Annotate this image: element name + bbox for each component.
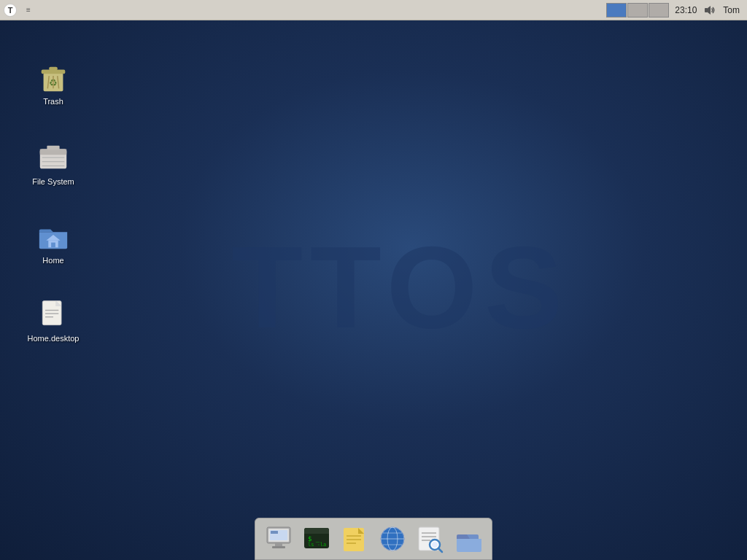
svg-rect-13 xyxy=(40,149,66,155)
panel-clock: 23:10 xyxy=(670,5,701,15)
desktop-icon-homedesktop[interactable]: Home.desktop xyxy=(20,294,86,346)
panel-menu-button[interactable]: ≡ xyxy=(22,4,35,17)
workspace-2[interactable] xyxy=(627,3,648,18)
homedesktop-label: Home.desktop xyxy=(28,334,80,343)
top-panel: T ≡ 23:10 Tom xyxy=(0,0,747,20)
panel-right: 23:10 Tom xyxy=(606,3,747,18)
taskbar-computer[interactable] xyxy=(261,521,296,556)
svg-rect-32 xyxy=(271,531,278,534)
taskbar-search[interactable] xyxy=(413,521,448,556)
home-label: Home xyxy=(42,256,63,265)
taskbar-notes[interactable] xyxy=(337,521,372,556)
home-icon xyxy=(36,219,71,254)
desktop-icon-home[interactable]: Home xyxy=(20,216,86,268)
filesystem-icon xyxy=(36,140,71,175)
sound-icon[interactable] xyxy=(703,3,717,18)
svg-rect-30 xyxy=(272,546,285,548)
taskbar-browser[interactable] xyxy=(375,521,410,556)
app-menu-icon[interactable]: T xyxy=(3,3,18,18)
svg-line-55 xyxy=(438,548,442,552)
filesystem-label: File System xyxy=(32,177,74,186)
trash-icon: ♻ xyxy=(36,60,71,95)
taskbar: $ _ ls -la xyxy=(255,518,492,560)
svg-rect-29 xyxy=(275,543,282,546)
desktop-icon-trash[interactable]: ♻ Trash xyxy=(20,57,86,109)
svg-point-54 xyxy=(432,542,438,548)
workspaces xyxy=(606,3,669,18)
taskbar-files[interactable] xyxy=(451,521,486,556)
workspace-3[interactable] xyxy=(649,3,669,18)
svg-rect-35 xyxy=(304,532,329,534)
panel-user[interactable]: Tom xyxy=(719,5,744,15)
svg-rect-2 xyxy=(705,8,708,12)
svg-text:T: T xyxy=(8,6,13,15)
desktop-icon-filesystem[interactable]: File System xyxy=(20,137,86,189)
workspace-1[interactable] xyxy=(606,3,627,18)
file-icon xyxy=(36,297,71,332)
panel-left: T ≡ xyxy=(0,3,35,18)
svg-rect-17 xyxy=(47,146,59,150)
desktop-watermark: TTOS xyxy=(231,220,570,354)
svg-rect-20 xyxy=(51,243,55,248)
svg-marker-3 xyxy=(708,6,711,15)
trash-label: Trash xyxy=(43,97,63,106)
taskbar-terminal[interactable]: $ _ ls -la xyxy=(299,521,334,556)
svg-rect-6 xyxy=(49,67,58,71)
svg-text:ls -la: ls -la xyxy=(308,542,326,548)
desktop: TTOS ♻ Trash xyxy=(0,20,747,560)
